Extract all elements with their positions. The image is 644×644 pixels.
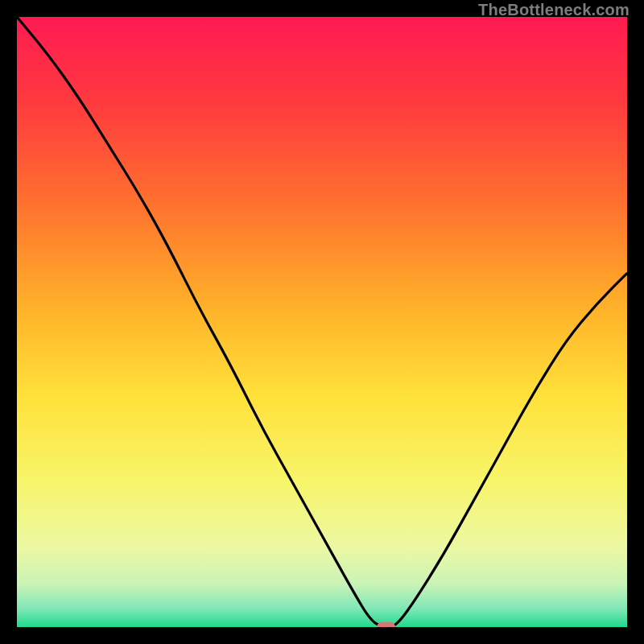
chart-frame: TheBottleneck.com	[0, 0, 644, 644]
watermark-text: TheBottleneck.com	[478, 1, 630, 19]
plot-svg	[17, 17, 627, 627]
minimum-marker	[378, 622, 395, 627]
plot-area	[17, 17, 627, 627]
